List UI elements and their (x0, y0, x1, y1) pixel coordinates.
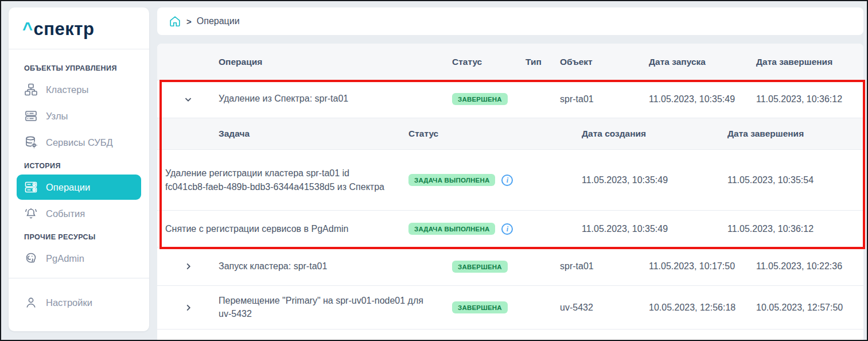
logo-caret-icon: ^ (22, 19, 33, 39)
task-status-badge: ЗАДАЧА ВЫПОЛНЕНА (408, 223, 495, 235)
cell-created: 11.05.2023, 10:35:49 (582, 175, 727, 185)
sidebar-item-label: PgAdmin (46, 253, 84, 264)
sidebar-item-settings[interactable]: Настройки (17, 290, 141, 315)
operation-name: Перемещение "Primary" на spr-uv01-node01… (219, 294, 452, 320)
column-header-task: Задача (157, 129, 408, 139)
breadcrumb-separator: > (186, 17, 192, 26)
table-header-row: Операция Статус Тип Объект Дата запуска … (157, 44, 863, 80)
chevron-down-icon (182, 93, 194, 106)
operations-icon (24, 180, 38, 194)
table-row[interactable]: Перемещение "Primary" на spr-uv01-node01… (157, 286, 863, 330)
table-row-partial (157, 330, 863, 340)
column-header-started: Дата запуска (649, 57, 756, 67)
status-badge: ЗАВЕРШЕНА (452, 261, 508, 273)
cell-object: spr-ta01 (560, 94, 649, 104)
column-header-created: Дата создания (582, 129, 727, 139)
chevron-right-icon (182, 301, 194, 314)
sidebar-item-nodes[interactable]: Узлы (17, 103, 141, 129)
task-row: Снятие с регистрации сервисов в PgAdmin … (157, 211, 863, 247)
column-header-task-status: Статус (408, 129, 582, 139)
sidebar-nav: ОБЪЕКТЫ УПРАВЛЕНИЯ Кластеры Узлы Сервисы… (9, 49, 149, 272)
main-content: > Операции Операция Статус Тип Объект Да… (157, 7, 863, 340)
sidebar-item-label: Настройки (46, 297, 92, 308)
section-label-objects: ОБЪЕКТЫ УПРАВЛЕНИЯ (17, 59, 141, 77)
pgadmin-elephant-icon (24, 251, 38, 265)
home-icon[interactable] (169, 15, 181, 28)
operation-name: Удаление из Спектра: spr-ta01 (219, 92, 452, 105)
column-header-status: Статус (452, 57, 526, 67)
cell-task-finished: 11.05.2023, 10:35:54 (727, 175, 863, 185)
cell-object: spr-ta01 (560, 261, 649, 272)
user-icon (24, 296, 38, 309)
sidebar-item-pgadmin[interactable]: PgAdmin (17, 246, 141, 271)
sidebar-item-label: Сервисы СУБД (46, 137, 113, 148)
task-name: Удаление регистрации кластера spr-ta01 i… (157, 166, 408, 194)
info-icon[interactable]: i (501, 175, 513, 186)
column-header-type: Тип (526, 57, 560, 67)
table-row[interactable]: Запуск кластера: spr-ta01 ЗАВЕРШЕНА spr-… (157, 247, 863, 286)
sidebar-item-label: Узлы (46, 111, 68, 122)
app-window: ^спектр ОБЪЕКТЫ УПРАВЛЕНИЯ Кластеры Узлы (0, 0, 868, 341)
sidebar: ^спектр ОБЪЕКТЫ УПРАВЛЕНИЯ Кластеры Узлы (9, 7, 149, 331)
collapse-row-button[interactable] (181, 92, 196, 107)
sidebar-item-clusters[interactable]: Кластеры (17, 77, 141, 102)
cell-started: 11.05.2023, 10:17:50 (649, 261, 756, 272)
column-header-operation: Операция (219, 57, 452, 67)
status-badge: ЗАВЕРШЕНА (452, 301, 508, 313)
cell-finished: 11.05.2023, 10:22:36 (756, 261, 863, 272)
cell-finished: 10.05.2023, 12:57:50 (756, 303, 863, 313)
column-header-task-finished: Дата завершения (727, 129, 863, 139)
breadcrumb: > Операции (157, 7, 863, 35)
sidebar-item-label: Операции (46, 182, 90, 193)
sidebar-item-operations[interactable]: Операции (17, 175, 141, 200)
cell-started: 11.05.2023, 10:35:49 (649, 94, 756, 104)
task-row: Удаление регистрации кластера spr-ta01 i… (157, 150, 863, 211)
chevron-right-icon (182, 260, 194, 273)
breadcrumb-current: Операции (197, 16, 240, 26)
cell-task-finished: 11.05.2023, 10:36:12 (727, 224, 863, 234)
sidebar-item-events[interactable]: События (17, 201, 141, 226)
nested-table-header-row: Задача Статус Дата создания Дата заверше… (157, 118, 863, 150)
column-header-finished: Дата завершения (756, 57, 863, 67)
logo-text: спектр (34, 19, 95, 39)
cell-started: 10.05.2023, 12:56:18 (649, 303, 756, 313)
expand-row-button[interactable] (181, 259, 196, 274)
section-label-history: ИСТОРИЯ (17, 156, 141, 175)
task-status-badge: ЗАДАЧА ВЫПОЛНЕНА (408, 174, 495, 186)
sidebar-footer: Настройки (9, 278, 149, 331)
clusters-icon (24, 83, 38, 96)
task-name: Снятие с регистрации сервисов в PgAdmin (157, 222, 408, 236)
app-logo[interactable]: ^спектр (9, 7, 149, 49)
section-label-other-resources: ПРОЧИЕ РЕСУРСЫ (17, 227, 141, 246)
operation-name: Запуск кластера: spr-ta01 (219, 260, 452, 273)
info-icon[interactable]: i (501, 223, 513, 235)
events-bell-icon (24, 207, 38, 220)
column-header-object: Объект (560, 57, 649, 67)
operations-table: Операция Статус Тип Объект Дата запуска … (157, 44, 863, 340)
nodes-icon (24, 109, 38, 123)
sidebar-item-label: События (46, 208, 85, 219)
cell-finished: 11.05.2023, 10:36:12 (756, 94, 863, 104)
cell-created: 11.05.2023, 10:35:49 (582, 224, 727, 234)
expand-row-button[interactable] (181, 300, 196, 315)
sidebar-item-label: Кластеры (46, 84, 88, 95)
cell-object: uv-5432 (560, 303, 649, 313)
db-services-icon (24, 135, 38, 149)
sidebar-item-db-services[interactable]: Сервисы СУБД (17, 130, 141, 155)
status-badge: ЗАВЕРШЕНА (452, 93, 508, 105)
table-row[interactable]: Удаление из Спектра: spr-ta01 ЗАВЕРШЕНА … (157, 80, 863, 118)
